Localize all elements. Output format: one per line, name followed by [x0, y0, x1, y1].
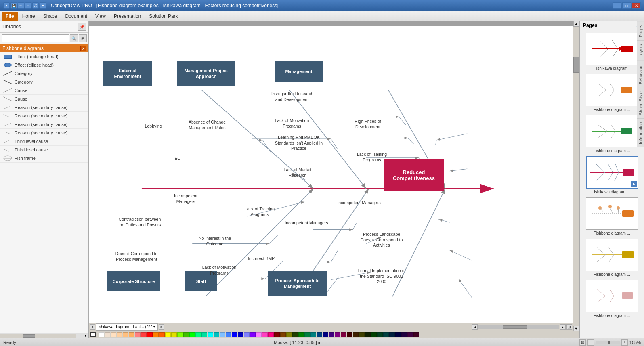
color-purple1[interactable] [244, 332, 250, 337]
color-blue2[interactable] [226, 332, 231, 337]
color-green3[interactable] [189, 332, 195, 337]
color-pink1[interactable] [256, 332, 262, 337]
page-thumb-3[interactable]: Fishbone diagram ... [582, 115, 642, 153]
color-vdark9[interactable] [395, 332, 401, 337]
tb2[interactable]: ▾ [40, 2, 46, 9]
color-white[interactable] [99, 332, 104, 337]
menu-view[interactable]: View [91, 12, 110, 21]
menu-home[interactable]: Home [18, 12, 39, 21]
color-vdark1[interactable] [347, 332, 352, 337]
color-light5[interactable] [129, 332, 134, 337]
sidebar-item-effect-ellipse[interactable]: Effect (ellipse head) [0, 61, 88, 69]
color-green2[interactable] [183, 332, 189, 337]
sidebar-item-fish-frame[interactable]: Fish frame [0, 154, 88, 163]
tab-scroll-left[interactable]: ◄ [472, 324, 478, 330]
close-button[interactable]: ✕ [632, 2, 641, 9]
tab-next[interactable]: > [159, 324, 164, 330]
box-management[interactable]: Management [275, 61, 323, 82]
fishbone-close[interactable]: ✕ [80, 46, 86, 51]
tab-prev[interactable]: < [90, 324, 95, 330]
color-teal2[interactable] [201, 332, 207, 337]
color-dark2[interactable] [280, 332, 286, 337]
color-light4[interactable] [123, 332, 128, 337]
sidebar-item-effect-rect[interactable]: Effect (rectange head) [0, 52, 88, 61]
menu-presentation[interactable]: Presentation [110, 12, 145, 21]
color-vdark6[interactable] [377, 332, 383, 337]
color-dark8[interactable] [317, 332, 322, 337]
zoom-fit[interactable]: ⊞ [579, 339, 586, 346]
box-reduced-competitiveness[interactable]: Reduced Competitiveness [384, 159, 444, 191]
color-dark11[interactable] [335, 332, 340, 337]
quick-save[interactable]: 💾 [10, 2, 17, 9]
sidebar-item-reason2[interactable]: Reason (secondary cause) [0, 112, 88, 120]
color-red3[interactable] [147, 332, 153, 337]
maximize-button[interactable]: □ [622, 2, 631, 9]
sidebar-item-category2[interactable]: Category [0, 78, 88, 86]
color-vdark11[interactable] [407, 332, 413, 337]
sidebar-item-cause1[interactable]: Cause [0, 86, 88, 95]
color-orange1[interactable] [153, 332, 159, 337]
color-dark10[interactable] [329, 332, 334, 337]
drawing-area[interactable]: External Environment Management Project … [89, 26, 573, 325]
color-red1[interactable] [135, 332, 141, 337]
sidebar-item-cause2[interactable]: Cause [0, 95, 88, 103]
zoom-slider[interactable] [596, 341, 620, 344]
color-dark6[interactable] [304, 332, 310, 337]
sidebar-item-reason3[interactable]: Reason (secondary cause) [0, 120, 88, 129]
color-blue1[interactable] [220, 332, 225, 337]
color-teal1[interactable] [195, 332, 201, 337]
page-thumb-7[interactable]: Fishbone diagram ... [582, 280, 642, 318]
sidebar-item-third2[interactable]: Third level cause [0, 146, 88, 154]
menu-shape[interactable]: Shape [39, 12, 61, 21]
tab-shape-style[interactable]: Shape Style [637, 88, 644, 118]
color-vdark12[interactable] [413, 332, 419, 337]
box-process-approach[interactable]: Process Approach to Management [268, 271, 327, 296]
color-yellow2[interactable] [171, 332, 177, 337]
search-input[interactable] [2, 34, 69, 42]
color-cyan2[interactable] [214, 332, 219, 337]
color-pink3[interactable] [268, 332, 274, 337]
color-red2[interactable] [141, 332, 147, 337]
color-light2[interactable] [111, 332, 116, 337]
color-vdark3[interactable] [359, 332, 365, 337]
menu-solution-park[interactable]: Solution Park [145, 12, 182, 21]
color-green1[interactable] [177, 332, 183, 337]
color-cyan1[interactable] [208, 332, 213, 337]
sidebar-item-third1[interactable]: Third level cause [0, 137, 88, 146]
color-pink2[interactable] [262, 332, 268, 337]
color-dark12[interactable] [341, 332, 346, 337]
color-dark3[interactable] [286, 332, 292, 337]
print[interactable]: 🖨 [32, 2, 39, 9]
color-dark7[interactable] [310, 332, 316, 337]
tab-active[interactable]: shikawa diagram - Fact... (4/7 ▾ [96, 323, 158, 331]
tab-pages[interactable]: Pages [637, 21, 644, 40]
page-thumb-4[interactable]: Ishikawa diagram ... [582, 156, 642, 194]
color-yellow1[interactable] [165, 332, 171, 337]
undo[interactable]: ↩ [18, 2, 24, 9]
sidebar-item-reason1[interactable]: Reason (secondary cause) [0, 103, 88, 112]
zoom-out[interactable]: − [587, 339, 594, 346]
zoom-in[interactable]: + [621, 339, 628, 346]
sidebar-item-reason4[interactable]: Reason (secondary cause) [0, 129, 88, 137]
redo[interactable]: ↪ [25, 2, 31, 9]
color-purple2[interactable] [250, 332, 256, 337]
color-dark5[interactable] [298, 332, 304, 337]
color-dark1[interactable] [274, 332, 280, 337]
color-vdark8[interactable] [389, 332, 395, 337]
color-dark9[interactable] [323, 332, 328, 337]
box-management-project[interactable]: Management Project Approach [177, 61, 235, 86]
color-vdark7[interactable] [383, 332, 389, 337]
color-vdark4[interactable] [365, 332, 371, 337]
tab-layers[interactable]: Layers [637, 40, 644, 61]
box-external-environment[interactable]: External Environment [103, 61, 152, 86]
color-vdark2[interactable] [353, 332, 359, 337]
color-light3[interactable] [117, 332, 122, 337]
sidebar-item-category1[interactable]: Category [0, 69, 88, 78]
menu-document[interactable]: Document [61, 12, 91, 21]
color-dark4[interactable] [292, 332, 298, 337]
page-thumb-2[interactable]: Fishbone diagram ... [582, 74, 642, 112]
color-blue3[interactable] [232, 332, 237, 337]
view-toggle[interactable]: ⊞ [79, 34, 87, 42]
color-light1[interactable] [105, 332, 110, 337]
box-corporate-structure[interactable]: Corporate Structure [107, 271, 160, 291]
